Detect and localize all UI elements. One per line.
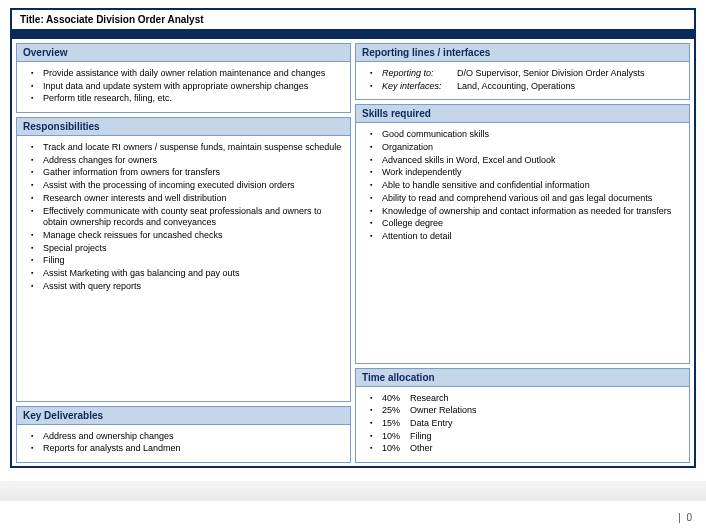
list-item: Gather information from owners for trans…	[35, 167, 342, 179]
list-item: Address changes for owners	[35, 155, 342, 167]
time-label: Other	[410, 443, 433, 455]
list-item: Assist with the processing of incoming e…	[35, 180, 342, 192]
responsibilities-section: Responsibilities Track and locate RI own…	[16, 117, 351, 402]
time-label: Data Entry	[410, 418, 453, 430]
time-label: Research	[410, 393, 449, 405]
time-pct: 15%	[382, 418, 410, 430]
time-pct: 10%	[382, 443, 410, 455]
deliverables-header: Key Deliverables	[17, 407, 350, 425]
kv-label: Reporting to:	[382, 68, 457, 80]
time-pct: 25%	[382, 405, 410, 417]
reporting-header: Reporting lines / interfaces	[356, 44, 689, 62]
reporting-section: Reporting lines / interfaces Reporting t…	[355, 43, 690, 100]
deliverables-section: Key Deliverables Address and ownership c…	[16, 406, 351, 463]
slide: Title: Associate Division Order Analyst …	[0, 0, 706, 529]
kv-value: Land, Accounting, Operations	[457, 81, 575, 93]
list-item: Manage check reissues for uncashed check…	[35, 230, 342, 242]
list-item: Good communication skills	[374, 129, 681, 141]
page-number: 0	[686, 512, 692, 523]
time-pct: 10%	[382, 431, 410, 443]
skills-header: Skills required	[356, 105, 689, 123]
list-item: Perform title research, filing, etc.	[35, 93, 342, 105]
list-item: Address and ownership changes	[35, 431, 342, 443]
list-item: Assist Marketing with gas balancing and …	[35, 268, 342, 280]
list-item: Provide assistance with daily owner rela…	[35, 68, 342, 80]
outer-frame: Title: Associate Division Order Analyst …	[10, 8, 696, 468]
list-item: Organization	[374, 142, 681, 154]
list-item: Knowledge of ownership and contact infor…	[374, 206, 681, 218]
kv-value: D/O Supervisor, Senior Division Order An…	[457, 68, 645, 80]
list-item: Work independently	[374, 167, 681, 179]
list-item: 15%Data Entry	[374, 418, 681, 430]
time-body: 40%Research 25%Owner Relations 15%Data E…	[356, 387, 689, 462]
responsibilities-body: Track and locate RI owners / suspense fu…	[17, 136, 350, 299]
footer: | 0	[678, 512, 692, 523]
list-item: 10%Other	[374, 443, 681, 455]
list-item: Special projects	[35, 243, 342, 255]
list-item: Filing	[35, 255, 342, 267]
overview-header: Overview	[17, 44, 350, 62]
list-item: Research owner interests and well distri…	[35, 193, 342, 205]
list-item: Key interfaces: Land, Accounting, Operat…	[374, 81, 681, 93]
page-title: Title: Associate Division Order Analyst	[12, 10, 694, 39]
list-item: 40%Research	[374, 393, 681, 405]
list-item: Advanced skills in Word, Excel and Outlo…	[374, 155, 681, 167]
list-item: 10%Filing	[374, 431, 681, 443]
list-item: Effectively communicate with county seat…	[35, 206, 342, 229]
time-label: Filing	[410, 431, 432, 443]
content-area: Overview Provide assistance with daily o…	[12, 39, 694, 467]
time-header: Time allocation	[356, 369, 689, 387]
deliverables-body: Address and ownership changes Reports fo…	[17, 425, 350, 462]
time-section: Time allocation 40%Research 25%Owner Rel…	[355, 368, 690, 463]
list-item: Track and locate RI owners / suspense fu…	[35, 142, 342, 154]
responsibilities-header: Responsibilities	[17, 118, 350, 136]
overview-body: Provide assistance with daily owner rela…	[17, 62, 350, 112]
list-item: College degree	[374, 218, 681, 230]
list-item: Reporting to: D/O Supervisor, Senior Div…	[374, 68, 681, 80]
list-item: Able to handle sensitive and confidentia…	[374, 180, 681, 192]
list-item: 25%Owner Relations	[374, 405, 681, 417]
overview-section: Overview Provide assistance with daily o…	[16, 43, 351, 113]
footer-sep: |	[678, 512, 681, 523]
list-item: Input data and update system with approp…	[35, 81, 342, 93]
list-item: Ability to read and comprehend various o…	[374, 193, 681, 205]
time-pct: 40%	[382, 393, 410, 405]
footer-stripe	[0, 481, 706, 501]
kv-label: Key interfaces:	[382, 81, 457, 93]
left-column: Overview Provide assistance with daily o…	[16, 43, 351, 463]
list-item: Reports for analysts and Landmen	[35, 443, 342, 455]
skills-section: Skills required Good communication skill…	[355, 104, 690, 363]
list-item: Assist with query reports	[35, 281, 342, 293]
right-column: Reporting lines / interfaces Reporting t…	[355, 43, 690, 463]
reporting-body: Reporting to: D/O Supervisor, Senior Div…	[356, 62, 689, 99]
list-item: Attention to detail	[374, 231, 681, 243]
time-label: Owner Relations	[410, 405, 477, 417]
skills-body: Good communication skills Organization A…	[356, 123, 689, 249]
